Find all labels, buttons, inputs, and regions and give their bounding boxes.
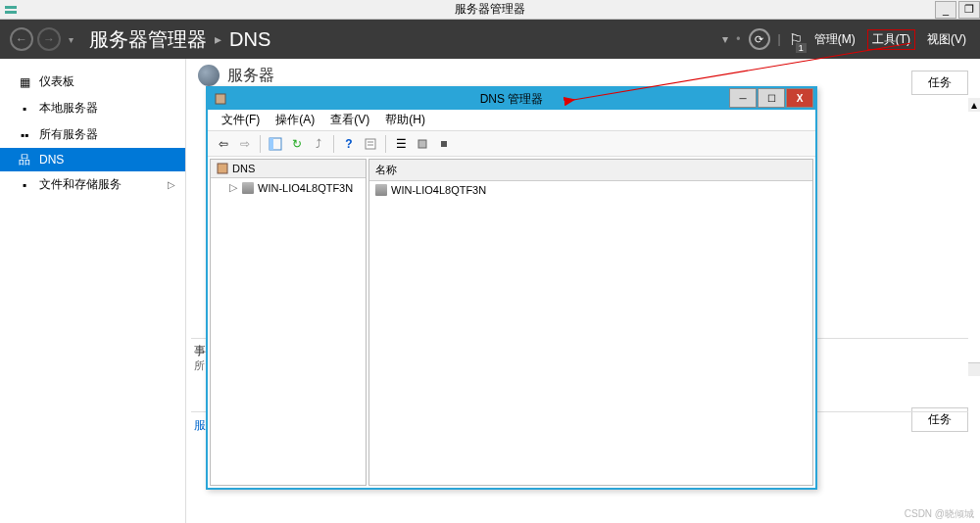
export-icon: ⤴ xyxy=(316,137,321,151)
sidebar-item-dashboard[interactable]: ▦ 仪表板 xyxy=(0,69,185,95)
dns-body: DNS ▷ WIN-LIO4L8QTF3N 名称 WIN-LIO4L8QTF3N xyxy=(208,157,815,488)
dns-root-icon xyxy=(217,163,228,174)
outer-minimize-button[interactable]: _ xyxy=(935,1,956,19)
breadcrumb: 服务器管理器 ▸ DNS xyxy=(89,26,270,53)
tb-help-button[interactable]: ? xyxy=(339,134,359,154)
sidebar-item-label: 本地服务器 xyxy=(39,100,98,117)
sidebar-item-file-storage[interactable]: ▪ 文件和存储服务 ▷ xyxy=(0,171,185,198)
dns-menu-view[interactable]: 查看(V) xyxy=(324,110,375,130)
arrow-left-icon: ⇦ xyxy=(219,137,228,151)
server-list-icon xyxy=(375,184,387,196)
back-icon: ← xyxy=(16,32,27,46)
list-icon: ☰ xyxy=(396,137,407,151)
tb-back-button[interactable]: ⇦ xyxy=(214,134,233,154)
sidebar-item-local-server[interactable]: ▪ 本地服务器 xyxy=(0,95,185,121)
nav-dropdown-icon[interactable]: ▾ xyxy=(69,34,74,45)
tb-list-button[interactable]: ☰ xyxy=(391,134,411,154)
dns-toolbar: ⇦ ⇨ ↻ ⤴ ? ☰ xyxy=(208,131,815,157)
header-bar: ← → ▾ 服务器管理器 ▸ DNS ▾ • ⟳ | ⚐ 1 管理(M) 工具(… xyxy=(0,20,980,59)
tb-forward-button[interactable]: ⇨ xyxy=(235,134,255,154)
tree-server-node[interactable]: ▷ WIN-LIO4L8QTF3N xyxy=(211,178,366,197)
tb-refresh-button[interactable]: ↻ xyxy=(287,134,307,154)
dns-minimize-button[interactable]: ─ xyxy=(729,88,757,108)
breadcrumb-root[interactable]: 服务器管理器 xyxy=(89,26,207,53)
expand-icon[interactable]: ▷ xyxy=(228,181,238,194)
dns-tree-pane: DNS ▷ WIN-LIO4L8QTF3N xyxy=(210,159,367,486)
tree-root-label: DNS xyxy=(232,163,255,174)
tb-show-hide-button[interactable] xyxy=(266,134,285,154)
panel-icon xyxy=(269,137,282,151)
tasks-dropdown-1[interactable]: 任务 xyxy=(911,71,968,95)
arrow-right-icon: ⇨ xyxy=(240,137,250,151)
events-heading: 事 xyxy=(194,343,206,359)
svg-rect-1 xyxy=(5,11,17,14)
storage-icon: ▪ xyxy=(18,178,31,192)
tb-export-button[interactable]: ⤴ xyxy=(309,134,328,154)
dns-menu-file[interactable]: 文件(F) xyxy=(216,110,266,130)
toolbar-separator xyxy=(385,135,386,153)
menu-manage[interactable]: 管理(M) xyxy=(810,29,859,50)
globe-icon xyxy=(198,65,220,86)
header-dropdown-icon[interactable]: ▾ xyxy=(722,32,728,46)
svg-rect-0 xyxy=(5,6,17,9)
header-separator-2: | xyxy=(778,32,781,46)
dns-window-title: DNS 管理器 xyxy=(480,91,544,108)
svg-rect-8 xyxy=(418,140,426,148)
scroll-up-icon[interactable]: ▴ xyxy=(968,98,980,112)
outer-restore-button[interactable]: ❐ xyxy=(958,1,980,19)
header-separator: • xyxy=(736,32,740,46)
tb-stop-button[interactable] xyxy=(434,134,454,154)
breadcrumb-separator-icon: ▸ xyxy=(215,31,221,47)
dns-menu-action[interactable]: 操作(A) xyxy=(270,110,320,130)
scroll-divider xyxy=(968,362,980,376)
toolbar-separator xyxy=(260,135,261,153)
services-heading: 服 xyxy=(194,417,206,434)
sidebar-item-label: DNS xyxy=(39,153,64,166)
sidebar: ▦ 仪表板 ▪ 本地服务器 ▪▪ 所有服务器 品 DNS ▪ 文件和存储服务 ▷ xyxy=(0,59,186,523)
tb-properties-button[interactable] xyxy=(361,134,380,154)
dns-titlebar[interactable]: DNS 管理器 ─ ☐ X xyxy=(208,88,815,110)
outer-titlebar: 服务器管理器 _ ❐ xyxy=(0,0,980,20)
outer-window-title: 服务器管理器 xyxy=(455,1,525,18)
dns-menubar: 文件(F) 操作(A) 查看(V) 帮助(H) xyxy=(208,110,815,131)
menu-view[interactable]: 视图(V) xyxy=(923,29,970,50)
server-icon: ▪ xyxy=(18,102,31,116)
dns-icon: 品 xyxy=(18,153,31,166)
dashboard-icon: ▦ xyxy=(18,75,31,89)
stop-icon xyxy=(437,137,451,151)
forward-icon: → xyxy=(43,32,55,46)
refresh-button[interactable]: ⟳ xyxy=(749,28,770,50)
sidebar-item-dns[interactable]: 品 DNS xyxy=(0,148,185,171)
dns-manager-window: DNS 管理器 ─ ☐ X 文件(F) 操作(A) 查看(V) 帮助(H) ⇦ … xyxy=(206,86,817,490)
sidebar-item-all-servers[interactable]: ▪▪ 所有服务器 xyxy=(0,121,185,148)
svg-rect-9 xyxy=(441,141,447,147)
list-row[interactable]: WIN-LIO4L8QTF3N xyxy=(369,181,812,199)
dns-list-pane: 名称 WIN-LIO4L8QTF3N xyxy=(368,159,813,486)
breadcrumb-leaf[interactable]: DNS xyxy=(229,28,270,51)
events-subheading: 所 xyxy=(194,358,205,373)
notifications-button[interactable]: ⚐ 1 xyxy=(789,30,803,49)
dns-menu-help[interactable]: 帮助(H) xyxy=(379,110,431,130)
svg-rect-10 xyxy=(218,164,227,173)
tb-server-button[interactable] xyxy=(413,134,432,154)
svg-rect-4 xyxy=(270,138,273,150)
dns-maximize-button[interactable]: ☐ xyxy=(758,88,785,108)
chevron-right-icon: ▷ xyxy=(168,179,175,190)
tree-root-node[interactable]: DNS xyxy=(211,160,366,178)
dns-manager-icon xyxy=(214,92,227,106)
content-title: 服务器 xyxy=(227,66,274,86)
tree-server-label: WIN-LIO4L8QTF3N xyxy=(258,182,353,194)
toolbar-separator xyxy=(333,135,334,153)
menu-tools[interactable]: 工具(T) xyxy=(867,29,915,50)
list-column-header[interactable]: 名称 xyxy=(369,160,812,181)
dns-close-button[interactable]: X xyxy=(786,88,813,108)
server-node-icon xyxy=(242,182,254,194)
properties-icon xyxy=(364,137,377,151)
server-manager-icon xyxy=(4,3,18,17)
sidebar-item-label: 所有服务器 xyxy=(39,126,98,143)
nav-back-button[interactable]: ← xyxy=(10,27,33,51)
sidebar-item-label: 仪表板 xyxy=(39,73,74,90)
help-icon: ? xyxy=(345,137,352,151)
nav-forward-button[interactable]: → xyxy=(37,27,61,51)
notification-count: 1 xyxy=(796,43,807,53)
